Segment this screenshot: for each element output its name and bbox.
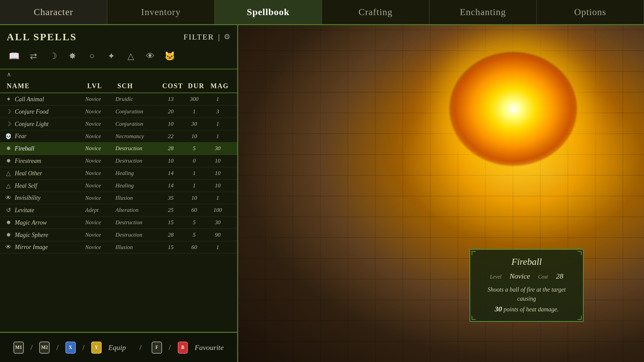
spell-lvl: Novice <box>85 96 115 103</box>
separator: / <box>169 343 171 352</box>
spell-cost: 25 <box>159 207 182 214</box>
col-dur: DUR <box>184 82 208 90</box>
gear-icon[interactable]: ⚙ <box>224 33 230 41</box>
equip-label: Equip <box>108 343 126 352</box>
spell-icon-invisibility: 👁 <box>5 194 12 201</box>
spell-mag: 1 <box>206 244 229 251</box>
filter-area: FILTER | ⚙ <box>183 33 230 42</box>
spell-name: Mirror Image <box>15 244 48 251</box>
table-row[interactable]: ☽Conjure Light Novice Conjuration 10 30 … <box>0 118 237 130</box>
school-icon-random[interactable]: ⇄ <box>26 49 41 63</box>
btn-m1[interactable]: M1 <box>13 342 24 354</box>
stone-background: Fireball Level Novice Cost 28 Shoots a b… <box>238 25 644 362</box>
spell-icon-magic-arrow: ✸ <box>5 219 12 226</box>
btn-x[interactable]: X <box>65 342 76 354</box>
spell-lvl: Novice <box>85 232 115 238</box>
school-icon-restoration[interactable]: ○ <box>85 49 99 63</box>
tab-options[interactable]: Options <box>537 0 644 24</box>
spell-dur: 1 <box>182 108 206 115</box>
table-row[interactable]: 👁Invisibility Novice Illusion 35 10 1 <box>0 192 237 204</box>
table-row[interactable]: ✸Magic Sphere Novice Destruction 28 5 90 <box>0 229 237 241</box>
tab-crafting[interactable]: Crafting <box>322 0 429 24</box>
spell-dur: 5 <box>182 232 206 238</box>
btn-b[interactable]: B <box>178 342 188 354</box>
spell-card-stats: Level Novice Cost 28 <box>478 272 575 281</box>
table-row[interactable]: 💀Fear Novice Necromancy 22 10 1 <box>0 130 237 142</box>
level-label: Level <box>490 274 501 280</box>
school-icon-animal[interactable]: 🐱 <box>162 49 177 63</box>
spell-desc-line2: points of heat damage. <box>503 306 558 313</box>
filter-label: FILTER <box>183 33 214 42</box>
btn-y[interactable]: Y <box>91 342 102 354</box>
table-row[interactable]: △Heal Self Novice Healing 14 1 10 <box>0 180 237 192</box>
spell-sch: Destruction <box>115 232 159 238</box>
table-row[interactable]: ✸Firestream Novice Destruction 10 0 10 <box>0 155 237 167</box>
table-row[interactable]: ✦Call Animal Novice Druidic 13 300 1 <box>0 93 237 106</box>
spell-sch: Illusion <box>115 195 159 201</box>
corner-tl <box>472 251 476 255</box>
spell-cost: 10 <box>159 121 182 127</box>
table-row[interactable]: ✸Fireball Novice Destruction 28 5 30 <box>0 142 237 155</box>
spell-sch: Destruction <box>115 158 159 164</box>
spell-sch: Healing <box>115 182 159 189</box>
school-icon-healing[interactable]: △ <box>123 49 138 63</box>
school-icon-all[interactable]: 📖 <box>7 49 21 63</box>
tab-character[interactable]: Character <box>0 0 107 24</box>
school-icon-druidic[interactable]: ✦ <box>104 49 119 63</box>
spell-sch: Destruction <box>115 145 159 152</box>
spell-icon-mirror-image: 👁 <box>5 244 12 251</box>
table-row[interactable]: △Heal Other Novice Healing 14 1 10 <box>0 167 237 180</box>
tab-enchanting[interactable]: Enchanting <box>429 0 537 24</box>
spell-lvl: Novice <box>85 182 115 189</box>
table-row[interactable]: ☽Conjure Food Novice Conjuration 20 1 3 <box>0 106 237 118</box>
spell-mag: 1 <box>206 96 229 103</box>
collapse-arrow[interactable]: ∧ <box>0 69 237 79</box>
spell-sch: Alteration <box>115 207 159 214</box>
spell-sch: Necromancy <box>115 133 159 140</box>
btn-f[interactable]: F <box>152 342 162 354</box>
school-icon-illusion[interactable]: 👁 <box>143 49 158 63</box>
col-mag: MAG <box>208 82 231 90</box>
spell-dur: 60 <box>182 207 206 214</box>
tab-spellbook[interactable]: Spellbook <box>215 0 322 24</box>
spell-sch: Conjuration <box>115 108 159 115</box>
spell-name: Magic Sphere <box>15 232 48 239</box>
fireball-visual <box>449 52 577 166</box>
spell-info-card: Fireball Level Novice Cost 28 Shoots a b… <box>470 249 584 322</box>
all-spells-title: ALL SPELLS <box>7 31 77 43</box>
spell-cost: 28 <box>159 145 182 152</box>
corner-bl <box>472 316 476 320</box>
spell-icon-heal-self: △ <box>5 182 12 189</box>
btn-m2[interactable]: M2 <box>39 342 50 354</box>
spell-icon-fireball: ✸ <box>5 145 12 152</box>
spell-mag: 30 <box>206 219 229 226</box>
spell-name: Conjure Food <box>15 108 49 115</box>
tab-inventory[interactable]: Inventory <box>107 0 215 24</box>
corner-br <box>578 316 582 320</box>
spell-sch: Illusion <box>115 244 159 251</box>
spell-name: Levitate <box>15 207 34 214</box>
col-sch: SCH <box>117 82 161 90</box>
separator: / <box>83 343 85 352</box>
spell-lvl: Adept <box>85 207 115 214</box>
spell-cost: 20 <box>159 108 182 115</box>
spell-icon-magic-sphere: ✸ <box>5 231 12 239</box>
separator: / <box>31 343 33 352</box>
spell-mag: 3 <box>206 108 229 115</box>
spell-lvl: Novice <box>85 145 115 152</box>
school-icon-destruction[interactable]: ✸ <box>65 49 80 63</box>
table-row[interactable]: ✸Magic Arrow Novice Destruction 15 5 30 <box>0 217 237 229</box>
spell-mag: 10 <box>206 158 229 164</box>
table-row[interactable]: 👁Mirror Image Novice Illusion 15 60 1 <box>0 241 237 253</box>
spell-name: Heal Other <box>15 170 42 177</box>
spell-sch: Druidic <box>115 96 159 103</box>
spell-name: Call Animal <box>15 96 44 103</box>
spell-table[interactable]: NAME LVL SCH COST DUR MAG ✦Call Animal N… <box>0 79 237 332</box>
spell-sch: Conjuration <box>115 121 159 127</box>
spell-card-description: Shoots a ball of fire at the target caus… <box>478 285 575 314</box>
spell-cost: 35 <box>159 195 182 201</box>
spell-mag: 90 <box>206 232 229 238</box>
spell-lvl: Novice <box>85 219 115 226</box>
school-icon-conjuration[interactable]: ☽ <box>46 49 60 63</box>
table-row[interactable]: ↺Levitate Adept Alteration 25 60 100 <box>0 204 237 217</box>
